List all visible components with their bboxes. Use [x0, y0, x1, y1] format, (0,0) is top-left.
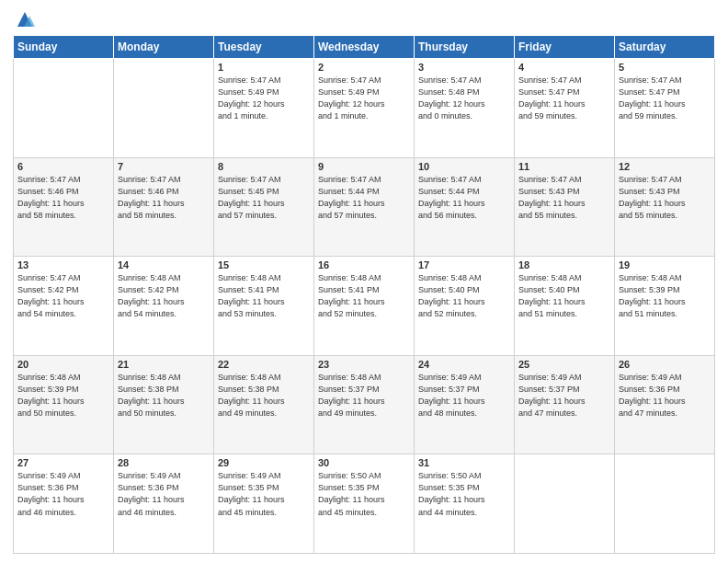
day-info: Sunrise: 5:47 AM Sunset: 5:49 PM Dayligh…	[318, 75, 410, 122]
calendar-cell: 2Sunrise: 5:47 AM Sunset: 5:49 PM Daylig…	[314, 59, 415, 158]
day-info: Sunrise: 5:48 AM Sunset: 5:41 PM Dayligh…	[218, 272, 310, 320]
weekday-header: Wednesday	[314, 36, 415, 59]
day-number: 8	[218, 161, 310, 172]
calendar-cell: 24Sunrise: 5:49 AM Sunset: 5:37 PM Dayli…	[415, 355, 515, 454]
day-info: Sunrise: 5:47 AM Sunset: 5:47 PM Dayligh…	[518, 75, 610, 122]
calendar-cell: 27Sunrise: 5:49 AM Sunset: 5:36 PM Dayli…	[14, 454, 114, 554]
day-number: 17	[418, 259, 510, 270]
day-number: 7	[118, 161, 210, 172]
day-info: Sunrise: 5:47 AM Sunset: 5:46 PM Dayligh…	[17, 174, 109, 222]
calendar-cell: 12Sunrise: 5:47 AM Sunset: 5:43 PM Dayli…	[615, 157, 715, 257]
calendar-cell: 29Sunrise: 5:49 AM Sunset: 5:35 PM Dayli…	[214, 454, 314, 554]
calendar-cell: 23Sunrise: 5:48 AM Sunset: 5:37 PM Dayli…	[314, 355, 415, 454]
day-number: 30	[318, 457, 410, 468]
calendar-cell: 8Sunrise: 5:47 AM Sunset: 5:45 PM Daylig…	[214, 157, 314, 257]
calendar-week-row: 6Sunrise: 5:47 AM Sunset: 5:46 PM Daylig…	[14, 157, 715, 257]
day-info: Sunrise: 5:48 AM Sunset: 5:40 PM Dayligh…	[518, 272, 610, 320]
calendar-cell: 5Sunrise: 5:47 AM Sunset: 5:47 PM Daylig…	[615, 59, 715, 158]
day-number: 20	[17, 359, 109, 370]
day-number: 28	[118, 457, 210, 468]
day-info: Sunrise: 5:47 AM Sunset: 5:49 PM Dayligh…	[218, 75, 310, 122]
calendar-cell: 19Sunrise: 5:48 AM Sunset: 5:39 PM Dayli…	[615, 257, 715, 356]
day-info: Sunrise: 5:49 AM Sunset: 5:36 PM Dayligh…	[619, 372, 711, 419]
calendar-week-row: 27Sunrise: 5:49 AM Sunset: 5:36 PM Dayli…	[14, 454, 715, 554]
calendar-cell: 20Sunrise: 5:48 AM Sunset: 5:39 PM Dayli…	[14, 355, 114, 454]
day-number: 6	[17, 161, 109, 172]
calendar-week-row: 20Sunrise: 5:48 AM Sunset: 5:39 PM Dayli…	[14, 355, 715, 454]
calendar-cell: 18Sunrise: 5:48 AM Sunset: 5:40 PM Dayli…	[515, 257, 615, 356]
calendar-cell: 1Sunrise: 5:47 AM Sunset: 5:49 PM Daylig…	[214, 59, 314, 158]
day-info: Sunrise: 5:48 AM Sunset: 5:39 PM Dayligh…	[619, 272, 711, 320]
day-info: Sunrise: 5:48 AM Sunset: 5:40 PM Dayligh…	[418, 272, 510, 320]
day-info: Sunrise: 5:48 AM Sunset: 5:38 PM Dayligh…	[118, 372, 210, 419]
day-number: 19	[619, 259, 711, 270]
day-number: 4	[518, 62, 610, 73]
logo-icon	[15, 9, 35, 29]
day-number: 5	[619, 62, 711, 73]
day-number: 13	[17, 259, 109, 270]
day-info: Sunrise: 5:47 AM Sunset: 5:44 PM Dayligh…	[418, 174, 510, 222]
day-info: Sunrise: 5:47 AM Sunset: 5:45 PM Dayligh…	[218, 174, 310, 222]
weekday-header: Friday	[515, 36, 615, 59]
weekday-header: Saturday	[615, 36, 715, 59]
calendar-cell: 11Sunrise: 5:47 AM Sunset: 5:43 PM Dayli…	[515, 157, 615, 257]
day-number: 14	[118, 259, 210, 270]
calendar-cell	[14, 59, 114, 158]
calendar-cell: 22Sunrise: 5:48 AM Sunset: 5:38 PM Dayli…	[214, 355, 314, 454]
day-number: 12	[619, 161, 711, 172]
day-info: Sunrise: 5:48 AM Sunset: 5:38 PM Dayligh…	[218, 372, 310, 419]
day-number: 25	[518, 359, 610, 370]
calendar-cell: 17Sunrise: 5:48 AM Sunset: 5:40 PM Dayli…	[415, 257, 515, 356]
day-number: 16	[318, 259, 410, 270]
weekday-header: Thursday	[415, 36, 515, 59]
day-info: Sunrise: 5:50 AM Sunset: 5:35 PM Dayligh…	[418, 470, 510, 518]
day-info: Sunrise: 5:47 AM Sunset: 5:43 PM Dayligh…	[619, 174, 711, 222]
day-number: 10	[418, 161, 510, 172]
day-number: 1	[218, 62, 310, 73]
calendar-table: SundayMondayTuesdayWednesdayThursdayFrid…	[13, 35, 715, 554]
calendar-cell	[515, 454, 615, 554]
logo	[13, 9, 35, 29]
calendar-cell: 25Sunrise: 5:49 AM Sunset: 5:37 PM Dayli…	[515, 355, 615, 454]
day-info: Sunrise: 5:49 AM Sunset: 5:37 PM Dayligh…	[418, 372, 510, 419]
day-info: Sunrise: 5:49 AM Sunset: 5:35 PM Dayligh…	[218, 470, 310, 518]
day-number: 31	[418, 457, 510, 468]
day-info: Sunrise: 5:47 AM Sunset: 5:43 PM Dayligh…	[518, 174, 610, 222]
calendar-cell: 13Sunrise: 5:47 AM Sunset: 5:42 PM Dayli…	[14, 257, 114, 356]
day-info: Sunrise: 5:48 AM Sunset: 5:37 PM Dayligh…	[318, 372, 410, 419]
header	[13, 9, 715, 29]
weekday-header: Sunday	[14, 36, 114, 59]
calendar-cell: 28Sunrise: 5:49 AM Sunset: 5:36 PM Dayli…	[114, 454, 214, 554]
day-number: 26	[619, 359, 711, 370]
calendar-cell	[615, 454, 715, 554]
day-info: Sunrise: 5:48 AM Sunset: 5:39 PM Dayligh…	[17, 372, 109, 419]
day-info: Sunrise: 5:47 AM Sunset: 5:46 PM Dayligh…	[118, 174, 210, 222]
day-info: Sunrise: 5:47 AM Sunset: 5:44 PM Dayligh…	[318, 174, 410, 222]
day-number: 2	[318, 62, 410, 73]
calendar-cell: 30Sunrise: 5:50 AM Sunset: 5:35 PM Dayli…	[314, 454, 415, 554]
day-number: 23	[318, 359, 410, 370]
calendar-cell: 3Sunrise: 5:47 AM Sunset: 5:48 PM Daylig…	[415, 59, 515, 158]
calendar-week-row: 1Sunrise: 5:47 AM Sunset: 5:49 PM Daylig…	[14, 59, 715, 158]
day-info: Sunrise: 5:49 AM Sunset: 5:37 PM Dayligh…	[518, 372, 610, 419]
calendar-cell: 10Sunrise: 5:47 AM Sunset: 5:44 PM Dayli…	[415, 157, 515, 257]
page: SundayMondayTuesdayWednesdayThursdayFrid…	[0, 0, 728, 563]
day-info: Sunrise: 5:47 AM Sunset: 5:42 PM Dayligh…	[17, 272, 109, 320]
calendar-week-row: 13Sunrise: 5:47 AM Sunset: 5:42 PM Dayli…	[14, 257, 715, 356]
day-info: Sunrise: 5:47 AM Sunset: 5:47 PM Dayligh…	[619, 75, 711, 122]
day-info: Sunrise: 5:48 AM Sunset: 5:42 PM Dayligh…	[118, 272, 210, 320]
day-number: 15	[218, 259, 310, 270]
calendar-cell: 4Sunrise: 5:47 AM Sunset: 5:47 PM Daylig…	[515, 59, 615, 158]
calendar-cell: 21Sunrise: 5:48 AM Sunset: 5:38 PM Dayli…	[114, 355, 214, 454]
day-number: 9	[318, 161, 410, 172]
day-number: 3	[418, 62, 510, 73]
day-number: 21	[118, 359, 210, 370]
calendar-cell: 15Sunrise: 5:48 AM Sunset: 5:41 PM Dayli…	[214, 257, 314, 356]
calendar-header-row: SundayMondayTuesdayWednesdayThursdayFrid…	[14, 36, 715, 59]
day-info: Sunrise: 5:49 AM Sunset: 5:36 PM Dayligh…	[118, 470, 210, 518]
day-number: 18	[518, 259, 610, 270]
calendar-cell: 7Sunrise: 5:47 AM Sunset: 5:46 PM Daylig…	[114, 157, 214, 257]
calendar-cell: 14Sunrise: 5:48 AM Sunset: 5:42 PM Dayli…	[114, 257, 214, 356]
weekday-header: Tuesday	[214, 36, 314, 59]
day-number: 27	[17, 457, 109, 468]
